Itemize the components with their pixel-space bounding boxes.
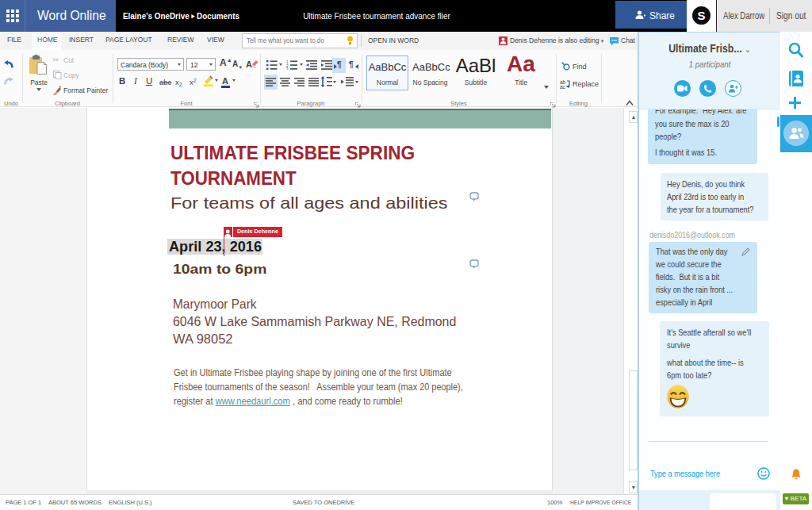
svg-text:S: S: [697, 9, 705, 22]
svg-text:ac: ac: [560, 84, 566, 89]
svg-text:A: A: [246, 59, 252, 69]
svg-text:3: 3: [286, 67, 289, 70]
